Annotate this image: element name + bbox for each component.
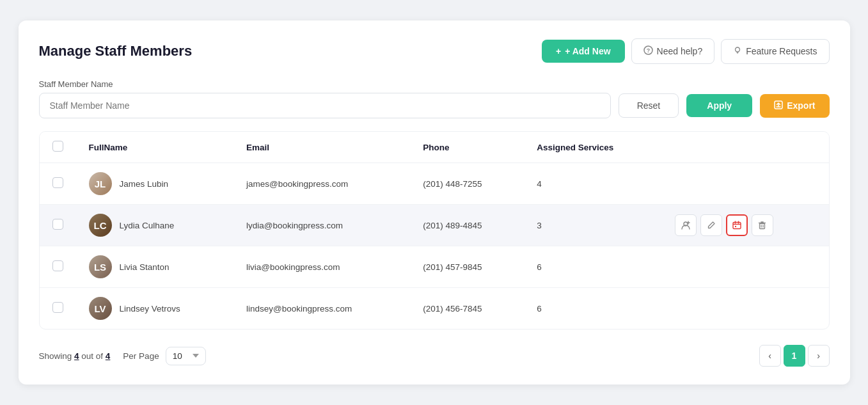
svg-rect-3 <box>737 52 739 53</box>
col-phone: Phone <box>410 132 524 163</box>
row-actions <box>675 214 816 236</box>
page-header: Manage Staff Members + + Add New ? Need … <box>39 38 830 64</box>
email-cell: lindsey@bookingpress.com <box>233 288 410 330</box>
table-row: JL James Lubin james@bookingpress.com (2… <box>40 163 829 205</box>
prev-page-button[interactable]: ‹ <box>759 345 781 367</box>
actions-cell <box>662 288 829 330</box>
header-actions: + + Add New ? Need help? <box>542 38 830 64</box>
staff-table-wrapper: FullName Email Phone Assigned Services J… <box>39 131 830 330</box>
staff-name: Lindsey Vetrovs <box>120 304 180 314</box>
phone-cell: (201) 489-4845 <box>410 205 524 246</box>
services-cell: 6 <box>524 246 661 288</box>
select-all-checkbox[interactable] <box>52 141 63 152</box>
col-fullname: FullName <box>76 132 234 163</box>
pagination: ‹ 1 › <box>759 345 830 367</box>
filter-row: Reset Apply Export <box>39 93 830 118</box>
phone-cell: (201) 456-7845 <box>410 288 524 330</box>
main-container: Manage Staff Members + + Add New ? Need … <box>19 20 850 385</box>
table-row: LV Lindsey Vetrovs lindsey@bookingpress.… <box>40 288 829 330</box>
select-cell <box>40 246 76 288</box>
actions-cell <box>662 163 829 205</box>
question-icon: ? <box>643 45 653 57</box>
add-new-label: + Add New <box>565 46 610 56</box>
showing-count: 4 <box>74 351 79 361</box>
reset-button[interactable]: Reset <box>619 93 679 118</box>
staff-name: Livia Stanton <box>120 262 170 272</box>
add-new-button[interactable]: + + Add New <box>542 40 625 63</box>
svg-rect-8 <box>735 226 736 227</box>
next-page-button[interactable]: › <box>808 345 830 367</box>
svg-rect-4 <box>737 52 738 53</box>
services-cell: 4 <box>524 163 661 205</box>
row-checkbox[interactable] <box>52 260 63 271</box>
per-page-select[interactable]: 102550100 <box>166 347 206 365</box>
avatar: LV <box>89 297 112 320</box>
filter-area: Staff Member Name Reset Apply Export <box>39 79 830 118</box>
col-email: Email <box>233 132 410 163</box>
calendar-button[interactable] <box>726 214 748 236</box>
showing-total: 4 <box>106 351 111 361</box>
select-cell <box>40 288 76 330</box>
avatar: LC <box>89 214 112 237</box>
feature-requests-button[interactable]: Feature Requests <box>721 39 829 64</box>
table-header-row: FullName Email Phone Assigned Services <box>40 132 829 163</box>
select-all-header <box>40 132 76 163</box>
apply-button[interactable]: Apply <box>686 94 752 117</box>
staff-table: FullName Email Phone Assigned Services J… <box>40 132 829 329</box>
export-label: Export <box>787 100 815 111</box>
name-cell: LS Livia Stanton <box>76 246 234 288</box>
svg-text:?: ? <box>646 47 650 54</box>
showing-text: Showing 4 out of 4 <box>39 351 111 361</box>
per-page-label: Per Page <box>123 351 159 361</box>
table-row: LS Livia Stanton livia@bookingpress.com … <box>40 246 829 288</box>
table-body: JL James Lubin james@bookingpress.com (2… <box>40 163 829 330</box>
name-cell: LV Lindsey Vetrovs <box>76 288 234 330</box>
col-actions <box>662 132 829 163</box>
need-help-label: Need help? <box>657 46 703 56</box>
edit-button[interactable] <box>700 214 722 236</box>
row-checkbox[interactable] <box>52 302 63 313</box>
table-footer: Showing 4 out of 4 Per Page 102550100 ‹ … <box>39 345 830 367</box>
col-services: Assigned Services <box>524 132 661 163</box>
table-row: LC Lydia Culhane lydia@bookingpress.com … <box>40 205 829 246</box>
lightbulb-icon <box>733 46 742 57</box>
svg-point-2 <box>736 47 740 52</box>
need-help-button[interactable]: ? Need help? <box>631 38 715 64</box>
per-page-control: Per Page 102550100 <box>123 347 205 365</box>
plus-icon: + <box>556 46 561 56</box>
staff-name: James Lubin <box>120 179 169 189</box>
page-title: Manage Staff Members <box>39 43 193 60</box>
avatar: JL <box>89 172 112 195</box>
row-checkbox[interactable] <box>52 219 63 230</box>
select-cell <box>40 163 76 205</box>
phone-cell: (201) 457-9845 <box>410 246 524 288</box>
phone-cell: (201) 448-7255 <box>410 163 524 205</box>
name-cell: JL James Lubin <box>76 163 234 205</box>
svg-rect-7 <box>733 223 741 229</box>
avatar: LS <box>89 255 112 278</box>
email-cell: livia@bookingpress.com <box>233 246 410 288</box>
actions-cell <box>662 246 829 288</box>
row-checkbox[interactable] <box>52 177 63 188</box>
feature-requests-label: Feature Requests <box>746 46 817 56</box>
services-cell: 6 <box>524 288 661 330</box>
services-cell: 3 <box>524 205 661 246</box>
svg-rect-9 <box>760 224 765 229</box>
email-cell: james@bookingpress.com <box>233 163 410 205</box>
select-cell <box>40 205 76 246</box>
page-1-button[interactable]: 1 <box>784 345 805 367</box>
name-cell: LC Lydia Culhane <box>76 205 234 246</box>
search-input[interactable] <box>39 93 611 118</box>
export-button[interactable]: Export <box>760 94 829 118</box>
actions-cell <box>662 205 829 246</box>
staff-name: Lydia Culhane <box>120 221 175 230</box>
export-icon <box>774 100 783 111</box>
filter-label: Staff Member Name <box>39 79 830 89</box>
email-cell: lydia@bookingpress.com <box>233 205 410 246</box>
assign-services-button[interactable] <box>675 214 697 236</box>
delete-button[interactable] <box>752 214 773 236</box>
